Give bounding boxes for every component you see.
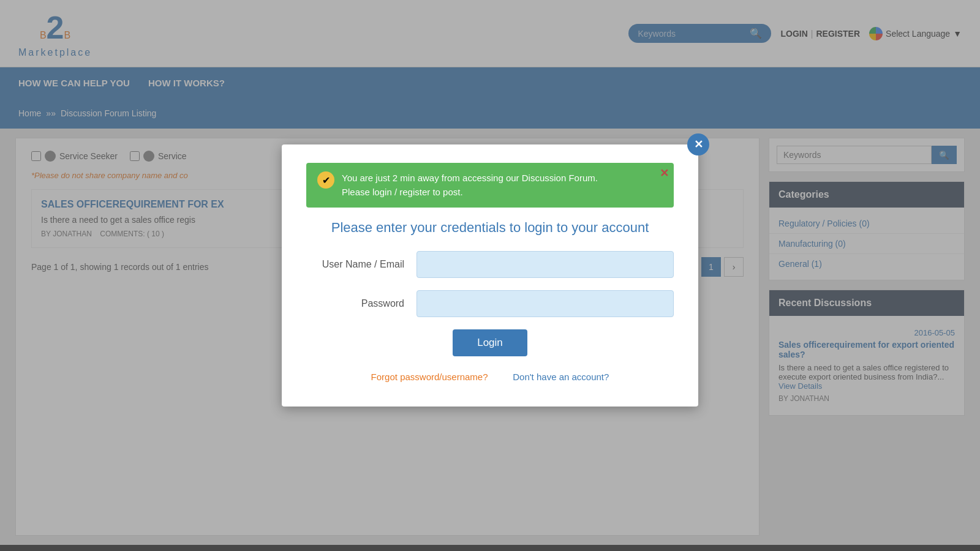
modal-alert-line2: Please login / register to post.: [342, 186, 598, 200]
modal-links-separator: [498, 372, 503, 382]
login-button[interactable]: Login: [453, 329, 527, 356]
modal-title: Please enter your credentials to login t…: [306, 220, 674, 236]
modal-close-button[interactable]: ✕: [687, 133, 709, 156]
modal-alert: ✔ You are just 2 min away from accessing…: [306, 163, 674, 208]
modal-alert-close-btn[interactable]: ✕: [660, 168, 669, 179]
modal-alert-icon: ✔: [317, 171, 334, 189]
modal-alert-text: You are just 2 min away from accessing o…: [342, 171, 598, 199]
username-input[interactable]: [417, 251, 674, 278]
username-row: User Name / Email: [306, 251, 674, 278]
password-row: Password: [306, 290, 674, 317]
password-label: Password: [306, 298, 417, 309]
password-input[interactable]: [417, 290, 674, 317]
dont-have-account-link[interactable]: Don't have an account?: [513, 372, 609, 382]
modal-links: Forgot password/username? Don't have an …: [306, 372, 674, 382]
login-modal: ✕ ✔ You are just 2 min away from accessi…: [282, 144, 698, 407]
modal-alert-line1: You are just 2 min away from accessing o…: [342, 171, 598, 186]
username-label: User Name / Email: [306, 259, 417, 270]
forgot-password-link[interactable]: Forgot password/username?: [371, 372, 488, 382]
modal-overlay: ✕ ✔ You are just 2 min away from accessi…: [0, 0, 980, 551]
